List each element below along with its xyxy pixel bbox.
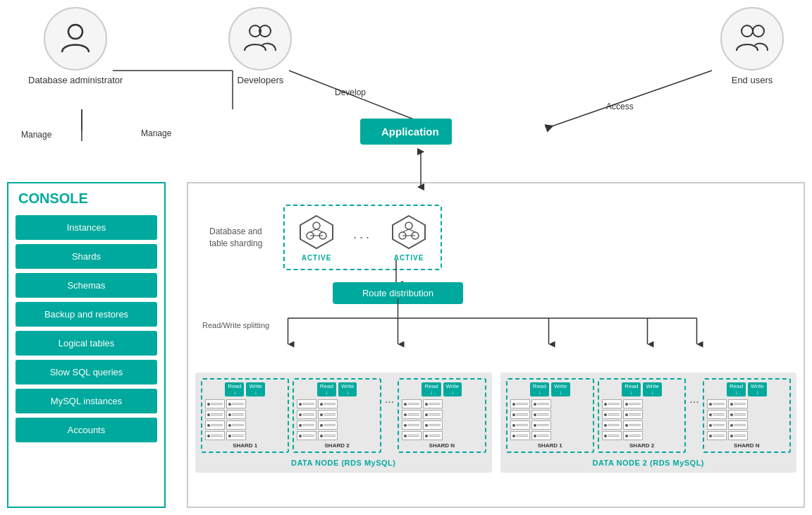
sidebar-item-accounts[interactable]: Accounts (16, 418, 157, 442)
actor-db-admin: Database administrator (28, 7, 123, 87)
hex-node-2: ACTIVE (390, 213, 428, 262)
active-label-2: ACTIVE (394, 254, 424, 262)
hex-node-1: ACTIVE (297, 213, 336, 262)
read-btn-s1n2: Read↓ (530, 382, 549, 396)
dots-shards-n2: ··· (689, 378, 699, 408)
developers-label: Developers (238, 75, 284, 87)
sidebar-item-slow-sql[interactable]: Slow SQL queries (16, 360, 157, 384)
read-btn-s2n2: Read↓ (622, 382, 641, 396)
route-distribution-box: Route distribution (333, 282, 463, 304)
sidebar-item-logical[interactable]: Logical tables (16, 331, 157, 356)
data-node-2-label: DATA NODE 2 (RDS MySQL) (506, 459, 792, 467)
dots-shards-n1: ··· (385, 378, 394, 408)
svg-line-20 (310, 229, 316, 232)
shard-2-node2: Read↓ Write↓ (598, 378, 686, 453)
svg-marker-16 (300, 216, 333, 248)
active-label-1: ACTIVE (302, 254, 332, 262)
actor-developers: Developers (228, 7, 292, 87)
sidebar-item-mysql[interactable]: MySQL instances (16, 389, 157, 413)
shard-2-node1: Read↓ Write↓ (293, 378, 381, 453)
shard-n-node1: Read↓ Write↓ (398, 378, 486, 453)
actor-end-users: End users (720, 7, 784, 87)
read-btn-s2n1: Read↓ (317, 382, 336, 396)
data-nodes-section: Read↓ Write↓ (195, 372, 796, 473)
write-btn-snn2: Write↓ (748, 382, 767, 396)
write-btn-s1n1: Write↓ (246, 382, 265, 396)
application-box: Application (360, 119, 452, 145)
shard-1-n2-label: SHARD 1 (510, 442, 590, 449)
hex-icon-1 (297, 213, 336, 251)
end-users-icon-circle (720, 7, 784, 71)
data-node-1-label: DATA NODE (RDS MySQL) (201, 459, 486, 467)
db-admin-label: Database administrator (28, 75, 123, 87)
svg-point-17 (313, 222, 320, 229)
sidebar-item-shards[interactable]: Shards (16, 244, 157, 269)
main-container: Manage Manage Develop Access (0, 0, 812, 515)
svg-line-27 (402, 229, 409, 232)
developers-icon-circle (228, 7, 292, 71)
data-node-2-shards: Read↓ Write↓ (506, 378, 792, 453)
rw-splitting-label: Read/Write splitting (202, 321, 269, 329)
svg-point-10 (68, 25, 82, 39)
hex-icon-2 (390, 213, 428, 251)
write-btn-s1n2: Write↓ (551, 382, 570, 396)
shard-1-node1: Read↓ Write↓ (201, 378, 289, 453)
write-btn-snn1: Write↓ (443, 382, 462, 396)
sidebar: CONSOLE Instances Shards Schemas Backup … (7, 182, 166, 508)
shard-1-node2: Read↓ Write↓ (506, 378, 594, 453)
shard-2-n2-label: SHARD 2 (602, 442, 682, 449)
sharding-label: Database and table sharding (209, 226, 273, 250)
diagram-area: Database and table sharding (187, 182, 805, 508)
shard-n-n2-label: SHARD N (707, 442, 787, 449)
svg-point-14 (753, 25, 764, 37)
svg-marker-23 (393, 216, 425, 248)
read-btn-snn1: Read↓ (422, 382, 441, 396)
sidebar-title: CONSOLE (16, 190, 157, 207)
application-label: Application (381, 126, 439, 138)
end-users-label: End users (732, 75, 773, 87)
data-node-1-shards: Read↓ Write↓ (201, 378, 486, 453)
shard-1-n1-label: SHARD 1 (205, 442, 285, 449)
svg-text:Manage: Manage (21, 130, 52, 140)
actors-row: Database administrator Developers (7, 7, 805, 120)
read-btn-s1n1: Read↓ (225, 382, 244, 396)
svg-line-21 (316, 229, 323, 232)
read-btn-snn2: Read↓ (727, 382, 746, 396)
svg-line-28 (409, 229, 415, 232)
sidebar-item-instances[interactable]: Instances (16, 215, 157, 240)
sidebar-item-schemas[interactable]: Schemas (16, 273, 157, 298)
data-node-1: Read↓ Write↓ (195, 372, 492, 473)
data-node-2: Read↓ Write↓ (500, 372, 797, 473)
svg-point-24 (405, 222, 412, 229)
svg-point-13 (742, 25, 753, 37)
sharding-nodes-container: ACTIVE ··· (283, 205, 442, 270)
svg-text:Manage: Manage (141, 128, 172, 138)
shard-2-n1-label: SHARD 2 (297, 442, 376, 449)
dots-1: ··· (353, 230, 372, 245)
write-btn-s2n1: Write↓ (338, 382, 357, 396)
sidebar-item-backup[interactable]: Backup and restores (16, 302, 157, 327)
route-distribution-label: Route distribution (333, 282, 463, 304)
sidebar-menu: Instances Shards Schemas Backup and rest… (16, 215, 157, 442)
db-admin-icon-circle (44, 7, 107, 71)
write-btn-s2n2: Write↓ (643, 382, 662, 396)
shard-n-node2: Read↓ Write↓ (703, 378, 791, 453)
shard-n-n1-label: SHARD N (402, 442, 481, 449)
